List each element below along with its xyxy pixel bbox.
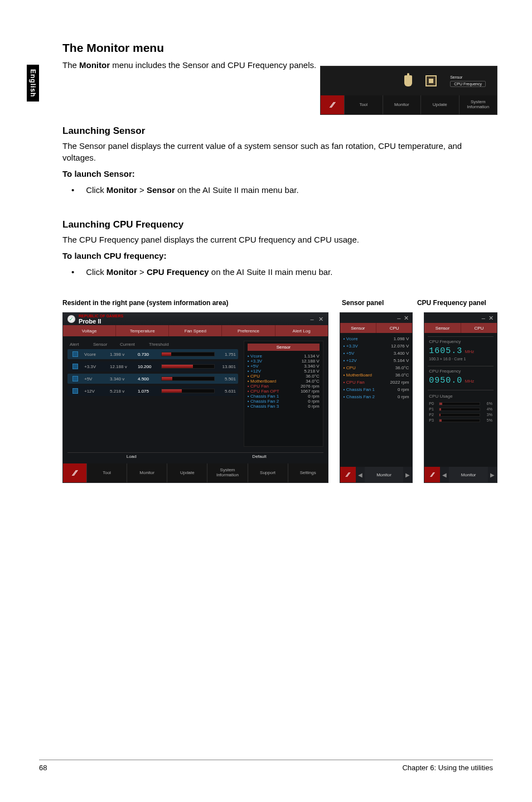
probe-row: +5V3.340 v4.5005.501 — [67, 374, 238, 384]
minimize-icon[interactable]: – — [311, 316, 314, 323]
row-label: ▪ +3.3V — [248, 359, 262, 364]
launch-sensor-step: Click Monitor > Sensor on the AI Suite I… — [62, 184, 497, 196]
col-current: Current — [120, 342, 144, 347]
close-icon[interactable]: ✕ — [318, 316, 323, 323]
check-icon: ✓ — [67, 315, 75, 323]
row-value: 3.400 V — [394, 351, 409, 356]
sensor-row: ▪ CPU36.0°C — [344, 365, 409, 370]
core-name: P1 — [429, 407, 437, 411]
probe-menu-monitor[interactable]: Monitor — [127, 463, 167, 482]
row-sensor: +12V — [84, 389, 107, 394]
row-label: ▪ MotherBoard — [248, 379, 276, 384]
logo-icon: ⁄⁄ — [340, 467, 356, 482]
row-label: ▪ CPU Fan OPT — [248, 389, 279, 394]
cpu-usage-title: CPU Usage — [429, 394, 492, 399]
row-current: 1.398 v — [110, 352, 134, 357]
row-value: 12.188 V — [302, 359, 320, 364]
cp-tail-label[interactable]: Monitor — [449, 467, 488, 482]
menubar-cpufreq-label: CPU Frequency — [450, 81, 486, 87]
row-threshold: 10.200 — [138, 364, 158, 369]
prev-icon[interactable]: ◀ — [356, 467, 365, 482]
prev-icon[interactable]: ◀ — [440, 467, 449, 482]
subtab-default[interactable]: Default — [195, 452, 323, 460]
row-limit: 5.631 — [218, 389, 236, 394]
alert-checkbox[interactable] — [72, 351, 78, 357]
row-limit: 13.801 — [218, 364, 236, 369]
menu-tool[interactable]: Tool — [344, 95, 383, 114]
row-value: 12.076 V — [391, 344, 409, 349]
next-icon[interactable]: ▶ — [403, 467, 412, 482]
probe-right-row: ▪ +5V3.340 V — [248, 364, 320, 369]
alert-checkbox[interactable] — [72, 388, 78, 394]
row-label: ▪ MotherBoard — [344, 373, 372, 378]
language-tab: English — [27, 65, 39, 102]
row-label: ▪ +12V — [344, 358, 357, 363]
sp-tab-sensor[interactable]: Sensor — [340, 323, 376, 333]
menu-monitor[interactable]: Monitor — [383, 95, 421, 114]
tab-fan-speed[interactable]: Fan Speed — [169, 325, 222, 336]
row-bar[interactable] — [161, 352, 215, 356]
brand-label: REPUBLIC OF GAMERS — [79, 314, 123, 318]
row-label: ▪ Chassis Fan 3 — [248, 404, 279, 409]
cp-tab-sensor[interactable]: Sensor — [424, 323, 461, 333]
menu-update[interactable]: Update — [420, 95, 459, 114]
sp-tab-cpu[interactable]: CPU — [376, 323, 412, 333]
cp-tab-cpu[interactable]: CPU — [461, 323, 497, 333]
alert-checkbox[interactable] — [72, 364, 78, 369]
row-value: 5.218 V — [304, 369, 320, 374]
close-icon[interactable]: ✕ — [404, 315, 409, 322]
menubar-screenshot: Sensor CPU Frequency ⁄⁄ Tool Monitor Upd… — [320, 66, 497, 115]
subtab-load[interactable]: Load — [67, 452, 195, 460]
row-limit: 5.501 — [218, 376, 236, 381]
row-value: 3.340 V — [304, 364, 320, 369]
row-value: 36.0°C — [395, 365, 409, 370]
footer-page-number: 68 — [39, 764, 47, 772]
probe-menu-settings[interactable]: Settings — [288, 463, 328, 482]
row-value: 1.134 V — [304, 354, 320, 359]
cpu-freq-title: CPU Frequency — [429, 339, 492, 344]
cpu-freq-sub: 100.3 × 16.0 ⋅ Core 1 — [429, 357, 492, 361]
core-bar — [439, 408, 480, 411]
cpu-ratio-unit: MHz — [465, 379, 474, 384]
tab-preference[interactable]: Preference — [222, 325, 275, 336]
row-value: 36.0°C — [306, 374, 320, 379]
row-bar[interactable] — [161, 364, 215, 369]
probe-right-row: ▪ +3.3V12.188 V — [248, 359, 320, 364]
probe-right-row: ▪ CPU Fan2076 rpm — [248, 384, 320, 389]
row-value: 36.0°C — [395, 373, 409, 378]
row-value: 34.0°C — [306, 379, 320, 384]
probe-panel-screenshot: ✓ REPUBLIC OF GAMERS Probe II – ✕ Voltag… — [62, 312, 328, 483]
sp-tail-label[interactable]: Monitor — [365, 467, 404, 482]
tab-alert-log[interactable]: Alert Log — [275, 325, 328, 336]
close-icon[interactable]: ✕ — [489, 315, 494, 322]
alert-checkbox[interactable] — [72, 376, 78, 381]
minimize-icon[interactable]: – — [397, 315, 400, 321]
probe-menu-support[interactable]: Support — [248, 463, 288, 482]
minimize-icon[interactable]: – — [482, 315, 485, 321]
cpu-freq-unit: MHz — [465, 349, 474, 354]
row-value: 2076 rpm — [301, 384, 320, 389]
row-threshold: 4.500 — [138, 376, 158, 381]
probe-menu-update[interactable]: Update — [167, 463, 207, 482]
sensor-row: ▪ MotherBoard36.0°C — [344, 373, 409, 378]
probe-menu-tool[interactable]: Tool — [86, 463, 127, 482]
probe-right-header: Sensor — [248, 344, 320, 351]
sensor-row: ▪ CPU Fan2022 rpm — [344, 380, 409, 385]
next-icon[interactable]: ▶ — [488, 467, 497, 482]
row-bar[interactable] — [161, 389, 215, 393]
menu-system-information[interactable]: System Information — [459, 95, 497, 114]
caption-sensor-panel: Sensor panel — [320, 299, 405, 307]
row-bar[interactable] — [161, 376, 215, 381]
tab-voltage[interactable]: Voltage — [63, 325, 116, 336]
row-label: ▪ CPU Fan — [248, 384, 269, 389]
core-bar — [439, 413, 480, 417]
col-sensor: Sensor — [93, 342, 115, 347]
probe-menu-sysinfo[interactable]: System Information — [207, 463, 247, 482]
probe-right-row: ▪ Chassis Fan 30 rpm — [248, 404, 320, 409]
row-value: 0 rpm — [308, 404, 319, 409]
launch-cpu-step: Click Monitor > CPU Frequency on the AI … — [62, 266, 497, 278]
row-label: ▪ +5V — [248, 364, 259, 369]
section-launching-cpu-title: Launching CPU Frequency — [62, 219, 497, 230]
core-bar — [439, 402, 480, 405]
tab-temperature[interactable]: Temperature — [116, 325, 169, 336]
